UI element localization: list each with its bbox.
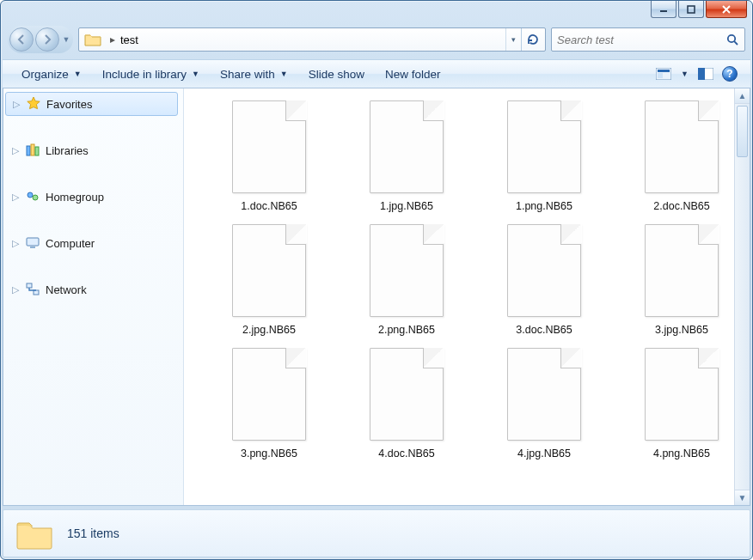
expander-icon[interactable]: ▷ bbox=[10, 239, 20, 248]
file-item[interactable]: 4.png.NB65 bbox=[626, 348, 738, 460]
file-thumbnail bbox=[645, 224, 719, 317]
view-icon bbox=[656, 68, 671, 80]
file-thumbnail bbox=[370, 100, 444, 193]
file-name-label: 4.doc.NB65 bbox=[378, 447, 434, 460]
search-box[interactable] bbox=[551, 27, 745, 52]
nav-back-forward: ▼ bbox=[8, 26, 73, 53]
file-item[interactable]: 1.png.NB65 bbox=[488, 100, 600, 212]
scroll-thumb[interactable] bbox=[737, 106, 748, 157]
chevron-right-icon[interactable]: ▸ bbox=[110, 33, 115, 46]
chevron-down-icon[interactable]: ▼ bbox=[676, 70, 694, 78]
toolbar-label: New folder bbox=[385, 68, 441, 81]
organize-menu[interactable]: Organize▼ bbox=[11, 64, 92, 84]
file-item[interactable]: 2.doc.NB65 bbox=[626, 100, 738, 212]
change-view-button[interactable] bbox=[652, 64, 676, 84]
minimize-icon bbox=[659, 5, 668, 14]
close-button[interactable] bbox=[706, 1, 747, 18]
folder-icon bbox=[84, 31, 101, 48]
file-item[interactable]: 4.doc.NB65 bbox=[351, 348, 462, 460]
file-item[interactable]: 3.doc.NB65 bbox=[488, 224, 600, 336]
search-icon[interactable] bbox=[725, 33, 739, 46]
scroll-up-button[interactable]: ▲ bbox=[735, 88, 750, 104]
folder-icon bbox=[15, 516, 53, 551]
svg-point-2 bbox=[728, 35, 735, 42]
file-item[interactable]: 3.png.NB65 bbox=[213, 348, 325, 460]
address-dropdown-button[interactable]: ▾ bbox=[505, 28, 521, 51]
file-name-label: 3.doc.NB65 bbox=[516, 324, 572, 336]
file-thumbnail bbox=[507, 224, 581, 317]
chevron-down-icon: ▼ bbox=[74, 70, 82, 78]
svg-rect-13 bbox=[27, 238, 39, 246]
include-in-library-menu[interactable]: Include in library▼ bbox=[92, 64, 210, 84]
expander-icon[interactable]: ▷ bbox=[10, 192, 20, 202]
nav-label: Favorites bbox=[46, 98, 92, 111]
nav-homegroup[interactable]: ▷ Homegroup bbox=[3, 185, 183, 209]
file-item[interactable]: 1.jpg.NB65 bbox=[351, 100, 462, 212]
preview-pane-button[interactable] bbox=[694, 64, 718, 84]
preview-pane-icon bbox=[698, 68, 713, 80]
file-name-label: 1.png.NB65 bbox=[516, 200, 572, 212]
refresh-button[interactable] bbox=[521, 28, 543, 51]
nav-network[interactable]: ▷ Network bbox=[3, 277, 183, 301]
file-item[interactable]: 3.jpg.NB65 bbox=[626, 224, 738, 336]
dog-ear-icon bbox=[698, 348, 719, 368]
svg-rect-1 bbox=[688, 6, 695, 13]
svg-rect-15 bbox=[27, 283, 32, 288]
svg-rect-5 bbox=[658, 73, 663, 78]
toolbar-label: Slide show bbox=[309, 68, 364, 81]
back-button[interactable] bbox=[9, 27, 34, 52]
toolbar-label: Organize bbox=[21, 68, 69, 81]
share-with-menu[interactable]: Share with▼ bbox=[210, 64, 298, 84]
nav-label: Computer bbox=[46, 237, 95, 250]
item-count-text: 151 items bbox=[67, 527, 119, 540]
view-options-split[interactable]: ▼ bbox=[652, 64, 694, 84]
expander-icon[interactable]: ▷ bbox=[10, 146, 20, 155]
forward-button[interactable] bbox=[35, 27, 59, 52]
recent-locations-button[interactable]: ▼ bbox=[60, 27, 72, 52]
file-thumbnail bbox=[645, 100, 719, 193]
file-item[interactable]: 1.doc.NB65 bbox=[213, 100, 325, 212]
svg-rect-14 bbox=[30, 247, 35, 248]
dog-ear-icon bbox=[560, 100, 581, 121]
nav-label: Network bbox=[46, 283, 87, 296]
help-button[interactable]: ? bbox=[718, 64, 742, 84]
minimize-button[interactable] bbox=[651, 1, 676, 18]
svg-rect-9 bbox=[31, 144, 34, 155]
nav-label: Libraries bbox=[46, 144, 89, 157]
nav-favorites[interactable]: ▷ Favorites bbox=[5, 92, 178, 116]
file-item[interactable]: 2.jpg.NB65 bbox=[213, 224, 325, 336]
toolbar-label: Include in library bbox=[102, 68, 187, 81]
svg-rect-4 bbox=[658, 70, 670, 72]
scroll-down-button[interactable]: ▼ bbox=[735, 490, 750, 505]
file-grid: 1.doc.NB651.jpg.NB651.png.NB652.doc.NB65… bbox=[184, 88, 734, 505]
expander-icon[interactable]: ▷ bbox=[10, 285, 20, 295]
file-item[interactable]: 4.jpg.NB65 bbox=[488, 348, 600, 460]
file-thumbnail bbox=[507, 348, 581, 441]
file-item[interactable]: 2.png.NB65 bbox=[351, 224, 462, 336]
file-name-label: 2.doc.NB65 bbox=[653, 200, 709, 212]
address-bar[interactable]: ▸ test ▾ bbox=[78, 27, 546, 52]
dog-ear-icon bbox=[698, 100, 719, 121]
svg-point-11 bbox=[28, 192, 33, 198]
expander-icon[interactable]: ▷ bbox=[11, 100, 21, 109]
svg-rect-16 bbox=[34, 290, 39, 295]
dog-ear-icon bbox=[285, 224, 306, 245]
search-input[interactable] bbox=[557, 33, 725, 46]
close-icon bbox=[721, 4, 732, 15]
file-name-label: 3.png.NB65 bbox=[241, 447, 297, 460]
nav-libraries[interactable]: ▷ Libraries bbox=[3, 138, 183, 162]
svg-rect-7 bbox=[698, 68, 705, 80]
nav-computer[interactable]: ▷ Computer bbox=[3, 231, 183, 255]
file-name-label: 2.jpg.NB65 bbox=[242, 324, 296, 336]
dog-ear-icon bbox=[285, 100, 306, 121]
file-name-label: 4.jpg.NB65 bbox=[517, 447, 571, 460]
toolbar-label: Share with bbox=[220, 68, 275, 81]
breadcrumb-current[interactable]: test bbox=[120, 33, 138, 46]
vertical-scrollbar[interactable]: ▲ ▼ bbox=[734, 88, 750, 505]
arrow-left-icon bbox=[15, 33, 28, 46]
file-name-label: 4.png.NB65 bbox=[653, 447, 710, 460]
new-folder-button[interactable]: New folder bbox=[375, 64, 451, 84]
slideshow-button[interactable]: Slide show bbox=[298, 64, 375, 84]
network-icon bbox=[25, 282, 40, 297]
maximize-button[interactable] bbox=[678, 1, 704, 18]
